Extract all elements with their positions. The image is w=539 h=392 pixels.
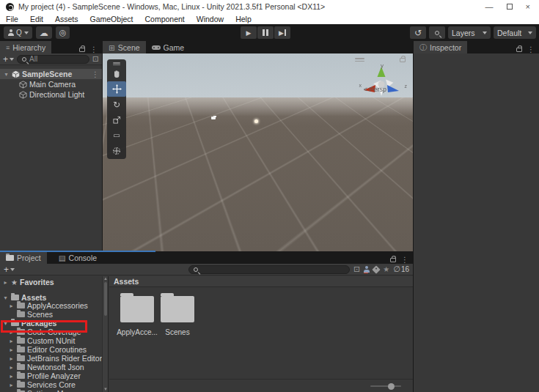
kebab-menu-icon[interactable]: ⋮ bbox=[401, 256, 408, 264]
kebab-menu-icon[interactable]: ⋮ bbox=[90, 45, 98, 53]
hidden-count-toggle[interactable]: ∅ 16 bbox=[393, 265, 409, 274]
tree-item-label: Newtonsoft Json bbox=[27, 363, 84, 371]
search-icon bbox=[22, 57, 26, 62]
tree-item-settings-manager[interactable]: ▸ Settings Manager bbox=[8, 389, 87, 392]
menu-window[interactable]: Window bbox=[197, 15, 224, 23]
orientation-gizmo[interactable] bbox=[359, 64, 404, 103]
rotate-tool[interactable]: ↻ bbox=[107, 97, 126, 112]
tree-item-newtonsoft-json[interactable]: ▸ Newtonsoft Json bbox=[8, 363, 84, 371]
assets-column: Assets ApplyAcce... Scenes bbox=[109, 276, 413, 392]
search-by-label-icon[interactable] bbox=[373, 265, 381, 273]
menu-assets[interactable]: Assets bbox=[55, 15, 78, 23]
project-folder-icon bbox=[6, 255, 14, 261]
expander-icon[interactable]: ▸ bbox=[2, 279, 9, 286]
rect-tool[interactable]: ▭ bbox=[107, 127, 126, 143]
transform-tool[interactable] bbox=[107, 143, 126, 158]
expander-icon[interactable]: ▸ bbox=[8, 364, 15, 371]
tab-console[interactable]: ▤ Console bbox=[53, 251, 103, 264]
step-button[interactable]: ▶ bbox=[274, 26, 290, 39]
close-button[interactable]: × bbox=[526, 3, 530, 10]
assets-grid[interactable]: ApplyAcce... Scenes bbox=[109, 287, 413, 379]
tab-game[interactable]: Game bbox=[146, 41, 191, 53]
search-by-type-icon[interactable] bbox=[364, 266, 370, 273]
lock-icon[interactable] bbox=[390, 258, 396, 262]
tree-item-scenes[interactable]: Scenes bbox=[8, 310, 53, 319]
light-gizmo-dot[interactable] bbox=[254, 119, 258, 123]
expander-icon[interactable]: ▾ bbox=[2, 295, 9, 301]
thumbnail-zoom-slider[interactable] bbox=[370, 385, 401, 387]
camera-gizmo-dot[interactable] bbox=[211, 117, 216, 119]
undo-history-button[interactable]: ↺ bbox=[410, 26, 426, 39]
expander-icon[interactable]: ▸ bbox=[8, 338, 15, 344]
tree-item-favorites[interactable]: ▸ ★ Favorites bbox=[2, 278, 54, 286]
tree-item-editor-coroutines[interactable]: ▸ Editor Coroutines bbox=[8, 345, 87, 354]
tab-hierarchy[interactable]: ≡ Hierarchy bbox=[0, 41, 51, 53]
asset-tile-scenes[interactable]: Scenes bbox=[155, 296, 199, 336]
overlay-menu-handle[interactable] bbox=[355, 56, 364, 63]
open-search-icon[interactable]: ⊡ bbox=[353, 265, 360, 274]
hierarchy-search-input[interactable]: All bbox=[17, 55, 89, 64]
menu-gameobject[interactable]: GameObject bbox=[90, 15, 133, 23]
account-button[interactable]: Q bbox=[4, 26, 32, 39]
tree-item-jetbrains-rider-editor[interactable]: ▸ JetBrains Rider Editor bbox=[8, 354, 102, 363]
tree-item-main-camera[interactable]: Main Camera bbox=[0, 79, 102, 89]
tab-scene[interactable]: ⊞ Scene bbox=[103, 41, 146, 53]
menu-help[interactable]: Help bbox=[235, 15, 252, 23]
add-object-button[interactable]: + bbox=[3, 54, 14, 64]
menu-file[interactable]: File bbox=[6, 15, 18, 23]
asset-tile-applyaccessories[interactable]: ApplyAcce... bbox=[115, 296, 159, 336]
lock-icon[interactable] bbox=[400, 58, 406, 62]
tree-item-directional-light[interactable]: Directional Light bbox=[0, 89, 102, 100]
version-control-button[interactable]: ◎ bbox=[56, 26, 70, 39]
tree-item-profile-analyzer[interactable]: ▸ Profile Analyzer bbox=[8, 371, 81, 380]
kebab-menu-icon[interactable]: ⋮ bbox=[92, 70, 102, 78]
expander-icon[interactable]: ▸ bbox=[8, 382, 15, 388]
scroll-up-icon[interactable]: ▲ bbox=[103, 276, 109, 281]
maximize-button[interactable] bbox=[507, 4, 513, 10]
menu-bar: File Edit Assets GameObject Component Wi… bbox=[0, 13, 539, 24]
tree-scrollbar[interactable]: ▲ ▼ bbox=[102, 276, 108, 392]
scene-viewport[interactable]: ↻ ▭ y x bbox=[103, 53, 413, 251]
scrollbar-thumb[interactable] bbox=[104, 282, 107, 316]
expander-icon[interactable]: ▾ bbox=[3, 71, 10, 78]
project-search-input[interactable] bbox=[188, 265, 350, 274]
unity-logo-icon bbox=[6, 3, 14, 11]
tab-inspector[interactable]: ⓘ Inspector bbox=[414, 41, 467, 53]
tree-item-applyaccessories[interactable]: ▸ ApplyAccessories bbox=[8, 301, 88, 310]
gamepad-icon bbox=[152, 45, 161, 50]
expander-icon[interactable]: ▸ bbox=[8, 373, 15, 380]
scroll-down-icon[interactable]: ▼ bbox=[103, 387, 109, 391]
perspective-toggle[interactable]: < Persp bbox=[364, 86, 386, 93]
tab-project[interactable]: Project bbox=[0, 251, 47, 264]
tree-item-label: Editor Coroutines bbox=[27, 345, 87, 354]
expander-icon[interactable]: ▸ bbox=[8, 347, 15, 353]
layers-dropdown[interactable]: Layers bbox=[448, 26, 491, 39]
lock-icon[interactable] bbox=[79, 48, 85, 52]
tree-item-samplescene[interactable]: ▾ SampleScene ⋮ bbox=[0, 69, 102, 79]
add-asset-button[interactable]: + bbox=[4, 265, 15, 275]
menu-component[interactable]: Component bbox=[144, 15, 184, 23]
slider-knob[interactable] bbox=[388, 383, 395, 390]
tree-item-label: Scenes bbox=[27, 310, 53, 319]
move-tool[interactable] bbox=[107, 81, 126, 97]
minimize-button[interactable]: — bbox=[485, 3, 494, 10]
kebab-menu-icon[interactable]: ⋮ bbox=[527, 45, 535, 53]
menu-edit[interactable]: Edit bbox=[30, 15, 43, 23]
search-button[interactable] bbox=[429, 26, 445, 39]
expander-icon[interactable]: ▸ bbox=[8, 303, 15, 309]
search-filter-icon[interactable]: ⊡ bbox=[92, 54, 99, 64]
scale-tool[interactable] bbox=[107, 112, 126, 127]
tree-item-services-core[interactable]: ▸ Services Core bbox=[8, 380, 76, 389]
expander-icon[interactable]: ▸ bbox=[8, 355, 15, 362]
layout-dropdown[interactable]: Default bbox=[494, 26, 536, 39]
cloud-services-button[interactable]: ☁ bbox=[36, 26, 52, 39]
play-button[interactable]: ▶ bbox=[241, 26, 257, 39]
assets-breadcrumb[interactable]: Assets bbox=[109, 276, 413, 287]
annotation-highlight-box bbox=[1, 320, 87, 333]
tree-item-custom-nunit[interactable]: ▸ Custom NUnit bbox=[8, 336, 75, 345]
lock-icon[interactable] bbox=[516, 48, 522, 52]
save-search-star-icon[interactable]: ★ bbox=[383, 265, 389, 273]
palette-drag-handle[interactable] bbox=[113, 62, 120, 64]
view-hand-tool[interactable] bbox=[107, 66, 126, 81]
pause-button[interactable] bbox=[257, 26, 274, 39]
